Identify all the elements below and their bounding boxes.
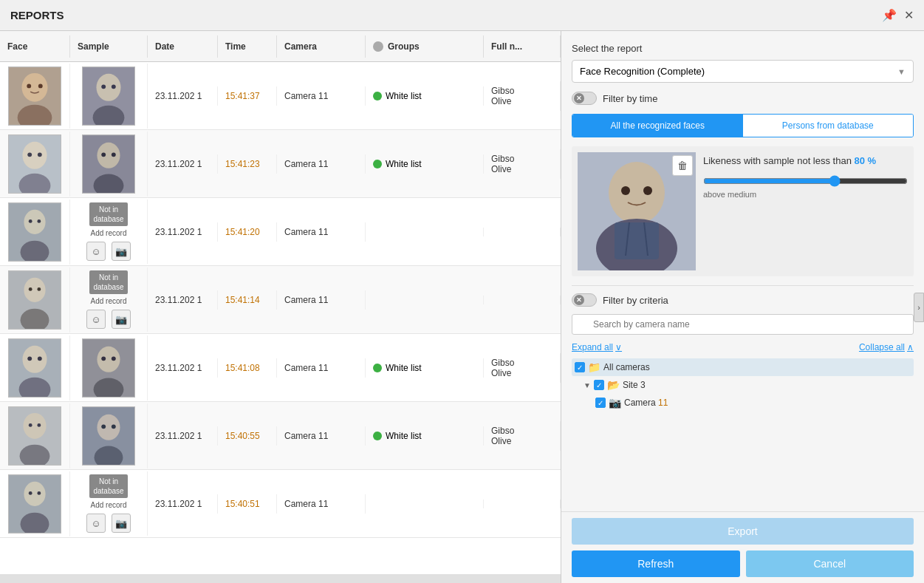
expand-all-link[interactable]: Expand all ∨	[572, 342, 622, 352]
app-title: REPORTS	[10, 9, 64, 21]
report-type-value: Face Recognition (Complete)	[580, 66, 705, 77]
svg-point-34	[38, 356, 42, 361]
camera11-checkbox[interactable]: ✓	[595, 398, 606, 408]
select-report-label: Select the report	[572, 43, 914, 54]
likeness-slider[interactable]	[703, 175, 908, 187]
person-add-icon[interactable]: ☺	[86, 242, 106, 261]
panel-expand-arrow[interactable]: ›	[914, 293, 924, 322]
recognition-tabs: All the recognized faces Persons from da…	[572, 114, 914, 137]
svg-point-18	[101, 152, 106, 157]
svg-point-9	[112, 84, 116, 89]
cancel-button[interactable]: Cancel	[746, 550, 914, 577]
folder-icon-site: 📂	[607, 379, 620, 391]
section-divider	[572, 285, 914, 286]
filter-time-row: ✕ Filter by time	[572, 92, 914, 105]
face-image	[8, 134, 61, 194]
camera-add-icon[interactable]: 📷	[112, 242, 131, 261]
cell-time: 15:40:51	[218, 494, 277, 514]
delete-sample-button[interactable]: 🗑	[672, 155, 693, 176]
not-in-db-label: Not indatabase	[89, 270, 127, 294]
cell-face	[0, 403, 70, 468]
sample-image	[82, 67, 135, 126]
svg-point-46	[97, 414, 120, 440]
tab-all-faces[interactable]: All the recognized faces	[572, 115, 743, 137]
cell-fullname	[484, 296, 561, 304]
cell-sample	[70, 132, 148, 197]
close-icon[interactable]: ✕	[904, 8, 914, 22]
add-record-label[interactable]: Add record	[91, 501, 127, 509]
dropdown-arrow-icon: ▼	[897, 67, 906, 76]
filter-time-toggle[interactable]: ✕	[572, 92, 597, 105]
cell-camera: Camera 11	[277, 222, 366, 242]
green-dot-icon	[373, 160, 382, 168]
add-record-label[interactable]: Add record	[91, 229, 127, 237]
cell-date: 23.11.202 1	[148, 154, 218, 174]
cell-fullname: GibsoOlive	[484, 353, 561, 383]
table-row: Not indatabase Add record ☺ 📷 23.11.202 …	[0, 198, 561, 266]
svg-point-16	[97, 142, 120, 168]
face-image	[8, 406, 61, 466]
likeness-percent: 80 %	[855, 155, 877, 166]
tab-from-database[interactable]: Persons from database	[743, 115, 914, 137]
table-row: Not indatabase Add record ☺ 📷 23.11.202 …	[0, 266, 561, 334]
cell-time: 15:41:23	[218, 154, 277, 174]
not-in-db-label: Not indatabase	[89, 202, 127, 226]
chevron-icon[interactable]: ▼	[584, 381, 591, 389]
reports-table: Face Sample Date Time Camera Groups Full…	[0, 31, 561, 583]
pin-icon[interactable]: 📌	[882, 8, 897, 22]
likeness-section: Likeness with sample not less than 80 % …	[703, 152, 908, 270]
cell-sample	[70, 64, 148, 129]
svg-point-51	[24, 481, 45, 505]
sample-image	[82, 338, 135, 398]
horizontal-scrollbar[interactable]	[0, 574, 561, 583]
site3-label: Site 3	[623, 380, 646, 390]
camera-add-icon[interactable]: 📷	[112, 514, 131, 533]
cell-date: 23.11.202 1	[148, 290, 218, 310]
camera11-label: Camera 11	[624, 398, 668, 408]
svg-point-43	[29, 423, 32, 426]
tree-item-all-cameras[interactable]: ✓ 📁 All cameras	[572, 358, 914, 376]
person-add-icon[interactable]: ☺	[86, 514, 106, 533]
cell-fullname: GibsoOlive	[484, 421, 561, 451]
svg-point-29	[37, 287, 41, 290]
all-cameras-checkbox[interactable]: ✓	[575, 362, 585, 372]
face-image	[8, 270, 61, 330]
svg-point-56	[609, 162, 665, 224]
export-button[interactable]: Export	[572, 518, 914, 545]
collapse-all-link[interactable]: Collapse all ∧	[859, 342, 914, 352]
svg-point-36	[97, 346, 120, 372]
cell-camera: Camera 11	[277, 154, 366, 174]
cell-date: 23.11.202 1	[148, 358, 218, 378]
cell-camera: Camera 11	[277, 494, 366, 514]
camera-add-icon[interactable]: 📷	[112, 310, 131, 329]
cell-groups: White list	[366, 86, 484, 106]
likeness-title: Likeness with sample not less than 80 %	[703, 155, 908, 166]
filter-criteria-label: Filter by criteria	[603, 295, 668, 306]
svg-point-23	[29, 219, 32, 222]
svg-point-53	[29, 491, 32, 494]
cell-time: 15:41:08	[218, 358, 277, 378]
tree-item-site3[interactable]: ▼ ✓ 📂 Site 3	[572, 376, 914, 394]
cell-face	[0, 64, 70, 129]
likeness-description: above medium	[703, 190, 908, 199]
person-add-icon[interactable]: ☺	[86, 310, 106, 329]
cell-face	[0, 471, 70, 536]
add-record-label[interactable]: Add record	[91, 297, 127, 305]
report-type-dropdown[interactable]: Face Recognition (Complete) ▼	[572, 60, 914, 83]
table-row: 23.11.202 1 15:40:55 Camera 11 White lis…	[0, 402, 561, 470]
cell-camera: Camera 11	[277, 358, 366, 378]
refresh-button[interactable]: Refresh	[572, 550, 740, 577]
table-header: Face Sample Date Time Camera Groups Full…	[0, 31, 561, 62]
tree-item-camera11[interactable]: ✓ 📷 Camera 11	[572, 394, 914, 412]
site3-checkbox[interactable]: ✓	[594, 380, 604, 390]
svg-point-4	[38, 83, 43, 88]
action-buttons-row: Refresh Cancel	[572, 550, 914, 577]
filter-criteria-toggle[interactable]: ✕	[572, 293, 597, 307]
cell-time: 15:40:55	[218, 426, 277, 446]
cell-time: 15:41:20	[218, 222, 277, 242]
svg-point-49	[112, 424, 116, 429]
camera-search-input[interactable]	[572, 314, 914, 335]
sample-image	[82, 406, 135, 466]
col-fullname: Full n...	[484, 35, 561, 58]
cell-date: 23.11.202 1	[148, 86, 218, 106]
